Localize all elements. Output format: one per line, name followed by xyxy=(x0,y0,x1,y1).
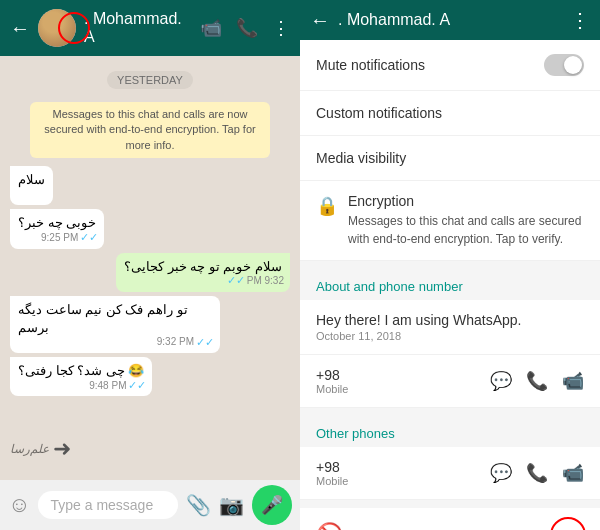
mute-label: Mute notifications xyxy=(316,57,425,73)
about-section-header: About and phone number xyxy=(300,269,600,300)
block-icon: 🚫 xyxy=(316,522,343,530)
mute-row[interactable]: Mute notifications xyxy=(300,40,600,91)
other-phones-section: +98 Mobile 💬 📞 📹 xyxy=(300,447,600,500)
phone-row-2: +98 Mobile 💬 📞 📹 xyxy=(300,447,600,500)
message-4: تو راهم فک کن نیم ساعت دیگه برسم 9:32 PM… xyxy=(10,296,220,353)
message-text: چی شد؟ کجا رفتی؟ 😂 xyxy=(18,363,144,378)
phone-icons-1: 💬 📞 📹 xyxy=(490,370,584,392)
chat-back-button[interactable]: ← xyxy=(10,17,30,40)
more-options-icon[interactable]: ⋮ xyxy=(272,17,290,39)
info-header: ← . Mohammad. A ⋮ xyxy=(300,0,600,40)
phone-row-1: +98 Mobile 💬 📞 📹 xyxy=(300,355,600,408)
message-time: 9:48 PM ✓✓ xyxy=(89,378,146,393)
message-icon-2[interactable]: 💬 xyxy=(490,462,512,484)
message-text: سلام خوبم تو چه خبر کجایی؟ xyxy=(124,259,282,274)
read-ticks: ✓✓ xyxy=(227,273,245,288)
chat-header: ← . Mohammad. A 📹 📞 ⋮ xyxy=(0,0,300,56)
date-divider: YESTERDAY xyxy=(10,70,290,88)
mic-button[interactable]: 🎤 xyxy=(252,485,292,525)
about-section: Hey there! I am using WhatsApp. October … xyxy=(300,300,600,408)
chat-panel: ← . Mohammad. A 📹 📞 ⋮ YESTERDAY Messages… xyxy=(0,0,300,530)
message-2: خوبی چه خبر؟ 9:25 PM ✓✓ xyxy=(10,209,104,248)
message-3: سلام خوبم تو چه خبر کجایی؟ 9:32 PM ✓✓ xyxy=(116,253,290,292)
notifications-section: Mute notifications Custom notifications … xyxy=(300,40,600,261)
message-text: خوبی چه خبر؟ xyxy=(18,215,96,230)
phone-number-1: +98 xyxy=(316,367,482,383)
chat-body: YESTERDAY Messages to this chat and call… xyxy=(0,56,300,480)
lock-icon: 🔒 xyxy=(316,195,338,217)
attach-button[interactable]: 📎 xyxy=(186,493,211,517)
input-placeholder: Type a message xyxy=(50,497,153,513)
message-input[interactable]: Type a message xyxy=(38,491,178,519)
status-date: October 11, 2018 xyxy=(316,330,584,342)
message-time: 9:25 PM ✓✓ xyxy=(41,230,98,245)
video-call-icon[interactable]: 📹 xyxy=(200,17,222,39)
phone-type-2: Mobile xyxy=(316,475,482,487)
encryption-text: Messages to this chat and calls are secu… xyxy=(348,212,584,248)
read-ticks: ✓✓ xyxy=(196,335,214,350)
message-5: چی شد؟ کجا رفتی؟ 😂 9:48 PM ✓✓ xyxy=(10,357,152,396)
chat-contact-name: . Mohammad. A xyxy=(84,10,192,46)
message-time: 9:32 PM ✓✓ xyxy=(157,335,214,350)
info-contact-name: . Mohammad. A xyxy=(338,11,562,29)
custom-notifications-row[interactable]: Custom notifications xyxy=(300,91,600,136)
info-panel: ← . Mohammad. A ⋮ Mute notifications Cus… xyxy=(300,0,600,530)
block-annotation-circle: ٢ xyxy=(550,517,586,530)
camera-button[interactable]: 📷 xyxy=(219,493,244,517)
red-arrow-annotation: ← xyxy=(528,522,550,530)
other-phones-header: Other phones xyxy=(300,416,600,447)
video-icon-2[interactable]: 📹 xyxy=(562,462,584,484)
system-message: Messages to this chat and calls are now … xyxy=(30,102,270,158)
block-row[interactable]: 🚫 Block ← ٢ xyxy=(300,508,600,530)
emoji-button[interactable]: ☺ xyxy=(8,492,30,518)
message-icon-1[interactable]: 💬 xyxy=(490,370,512,392)
info-more-options-icon[interactable]: ⋮ xyxy=(570,8,590,32)
read-ticks: ✓✓ xyxy=(80,230,98,245)
contact-avatar[interactable] xyxy=(38,9,76,47)
read-ticks: ✓✓ xyxy=(128,378,146,393)
status-text: Hey there! I am using WhatsApp. xyxy=(316,312,584,328)
message-time: 9:32 PM ✓✓ xyxy=(227,273,284,288)
video-icon-1[interactable]: 📹 xyxy=(562,370,584,392)
phone-type-1: Mobile xyxy=(316,383,482,395)
mute-toggle[interactable] xyxy=(544,54,584,76)
encryption-label: Encryption xyxy=(348,193,584,209)
phone-icons-2: 💬 📞 📹 xyxy=(490,462,584,484)
voice-call-icon[interactable]: 📞 xyxy=(236,17,258,39)
message-text: تو راهم فک کن نیم ساعت دیگه برسم xyxy=(18,302,188,335)
chat-header-icons: 📹 📞 ⋮ xyxy=(200,17,290,39)
message-text: سلام xyxy=(18,172,45,187)
info-back-button[interactable]: ← xyxy=(310,9,330,32)
status-row: Hey there! I am using WhatsApp. October … xyxy=(300,300,600,355)
media-vis-label: Media visibility xyxy=(316,150,406,166)
message-1: سلام xyxy=(10,166,53,205)
call-icon-1[interactable]: 📞 xyxy=(526,370,548,392)
custom-notif-label: Custom notifications xyxy=(316,105,442,121)
phone-number-2: +98 xyxy=(316,459,482,475)
chat-input-bar: ☺ Type a message 📎 📷 🎤 xyxy=(0,480,300,530)
media-visibility-row[interactable]: Media visibility xyxy=(300,136,600,181)
call-icon-2[interactable]: 📞 xyxy=(526,462,548,484)
encryption-row[interactable]: 🔒 Encryption Messages to this chat and c… xyxy=(300,181,600,261)
